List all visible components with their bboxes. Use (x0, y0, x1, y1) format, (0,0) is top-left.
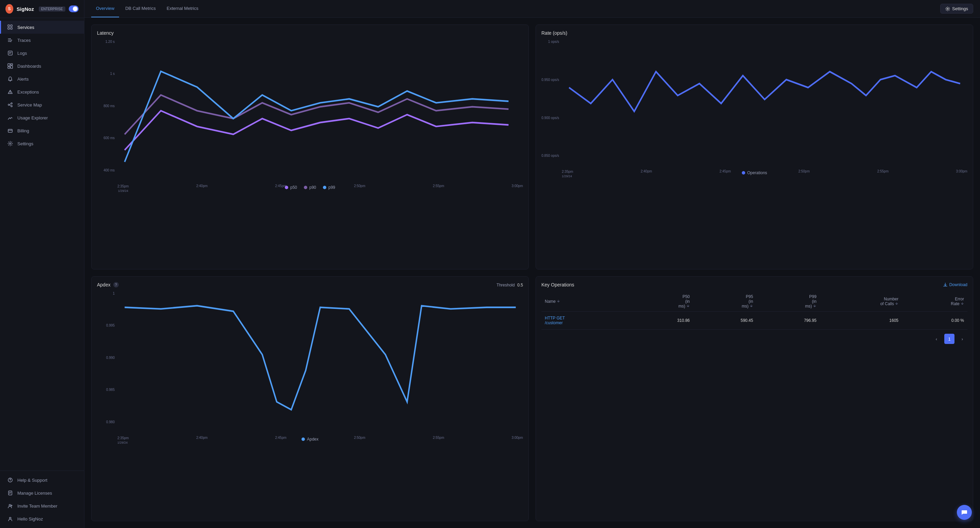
traces-icon (7, 37, 13, 43)
ops-table-head: Name P50(inms) P95(inms) P99(inms) Numbe (541, 291, 967, 312)
col-p95[interactable]: P95(inms) (693, 291, 756, 312)
sidebar-item-traces[interactable]: Traces (0, 34, 84, 47)
sidebar-label-exceptions: Exceptions (18, 89, 39, 95)
col-num-calls[interactable]: Numberof Calls (820, 291, 902, 312)
download-button[interactable]: Download (943, 282, 967, 287)
ops-table-body: HTTP GET/customer 310.86 590.45 796.95 1… (541, 312, 967, 330)
prev-page-btn[interactable]: ‹ (931, 334, 942, 344)
rate-y-labels: 1 ops/s 0.950 ops/s 0.900 ops/s 0.850 op… (541, 40, 562, 167)
svg-rect-0 (8, 25, 10, 27)
svg-point-5 (11, 40, 12, 41)
settings-button[interactable]: Settings (940, 4, 973, 14)
legend-p90-label: p90 (309, 185, 316, 190)
sidebar-label-logs: Logs (18, 51, 27, 56)
next-page-btn[interactable]: › (957, 334, 967, 344)
row-name: HTTP GET/customer (541, 312, 630, 330)
col-p50[interactable]: P50(inms) (630, 291, 693, 312)
sidebar-item-invite[interactable]: Invite Team Member (0, 499, 84, 512)
apdex-header: Apdex ? Threshold 0.5 (97, 282, 523, 288)
svg-rect-2 (11, 25, 12, 27)
download-label: Download (950, 282, 967, 287)
sidebar-item-help[interactable]: Help & Support (0, 474, 84, 487)
sidebar-label-invite: Invite Team Member (18, 504, 57, 509)
legend-operations[interactable]: Operations (742, 170, 767, 175)
svg-rect-19 (8, 491, 12, 495)
apdex-y-labels: 1 0.995 0.990 0.985 0.980 (97, 291, 118, 433)
sidebar-item-licenses[interactable]: Manage Licenses (0, 487, 84, 499)
sidebar-label-hello: Hello SigNoz (18, 517, 43, 522)
threshold-display: Threshold 0.5 (496, 282, 523, 288)
sidebar-item-billing[interactable]: Billing (0, 124, 84, 137)
sidebar-label-traces: Traces (18, 38, 30, 43)
sidebar-nav: Services Traces Logs Dashboards (0, 18, 84, 471)
svg-point-16 (10, 143, 11, 144)
sidebar-item-services[interactable]: Services (0, 21, 84, 34)
latency-y-labels: 1.20 s 1 s 800 ms 600 ms 400 ms (97, 40, 118, 182)
chat-bubble[interactable] (957, 505, 972, 520)
pagination: ‹ 1 › (541, 334, 967, 344)
col-p99[interactable]: P99(inms) (756, 291, 820, 312)
legend-p99-label: p99 (328, 185, 335, 190)
invite-icon (7, 503, 13, 509)
sidebar-label-licenses: Manage Licenses (18, 491, 52, 496)
rate-chart-inner: 2:35pm1/29/24 2:40pm 2:45pm 2:50pm 2:55p… (562, 40, 967, 167)
legend-apdex[interactable]: Apdex (301, 437, 318, 442)
svg-rect-11 (11, 66, 13, 68)
legend-p50[interactable]: p50 (285, 185, 297, 190)
help-icon (7, 477, 13, 483)
apdex-x-labels: 2:35pm1/29/24 2:40pm 2:45pm 2:50pm 2:55p… (118, 434, 523, 445)
tab-overview[interactable]: Overview (91, 0, 119, 17)
sidebar-item-service-map[interactable]: Service Map (0, 98, 84, 111)
apdex-info-icon[interactable]: ? (113, 282, 119, 288)
service-map-icon (7, 102, 13, 108)
tab-db-call-metrics[interactable]: DB Call Metrics (121, 0, 161, 17)
sidebar-item-alerts[interactable]: Alerts (0, 72, 84, 85)
sidebar-item-logs[interactable]: Logs (0, 47, 84, 60)
main-area: Overview DB Call Metrics External Metric… (84, 0, 980, 528)
sidebar-item-usage-explorer[interactable]: Usage Explorer (0, 111, 84, 124)
sidebar-label-usage-explorer: Usage Explorer (18, 115, 48, 121)
col-error-rate[interactable]: ErrorRate (902, 291, 967, 312)
svg-point-22 (947, 8, 948, 10)
col-name[interactable]: Name (541, 291, 630, 312)
sidebar-label-help: Help & Support (18, 478, 47, 483)
usage-explorer-icon (7, 115, 13, 121)
row-name-link[interactable]: HTTP GET/customer (545, 316, 565, 325)
apdex-title: Apdex (97, 282, 111, 288)
sidebar-label-service-map: Service Map (18, 102, 42, 108)
key-ops-header: Key Operations Download (541, 282, 967, 288)
svg-rect-15 (8, 129, 12, 132)
services-icon (7, 24, 13, 30)
legend-ops-label: Operations (747, 170, 767, 175)
sidebar-item-dashboards[interactable]: Dashboards (0, 60, 84, 72)
svg-rect-10 (8, 67, 10, 68)
sidebar-item-hello[interactable]: Hello SigNoz (0, 512, 84, 525)
sidebar-item-exceptions[interactable]: Exceptions (0, 85, 84, 98)
legend-p99[interactable]: p99 (323, 185, 335, 190)
sort-calls-icon (895, 302, 898, 305)
alerts-icon (7, 76, 13, 82)
svg-point-21 (10, 517, 11, 519)
sidebar-item-settings[interactable]: Settings (0, 137, 84, 150)
sidebar-label-dashboards: Dashboards (18, 64, 41, 69)
logo-text: SigNoz (17, 6, 34, 12)
legend-ops-dot (742, 171, 745, 175)
sidebar-bottom: Help & Support Manage Licenses Invite Te… (0, 471, 84, 528)
svg-point-20 (9, 504, 11, 506)
download-icon (943, 282, 948, 287)
latency-chart-wrapper: 1.20 s 1 s 800 ms 600 ms 400 ms (97, 40, 523, 182)
tab-external-metrics[interactable]: External Metrics (162, 0, 203, 17)
table-row: HTTP GET/customer 310.86 590.45 796.95 1… (541, 312, 967, 330)
chat-icon (961, 509, 968, 516)
svg-rect-7 (8, 51, 12, 55)
legend-p90[interactable]: p90 (304, 185, 316, 190)
key-ops-title: Key Operations (541, 282, 574, 288)
svg-rect-3 (11, 27, 12, 29)
rate-chart-wrapper: 1 ops/s 0.950 ops/s 0.900 ops/s 0.850 op… (541, 40, 967, 167)
page-1-btn[interactable]: 1 (944, 334, 955, 344)
topbar: Overview DB Call Metrics External Metric… (84, 0, 980, 18)
apdex-svg (118, 291, 523, 433)
theme-toggle[interactable] (69, 5, 79, 12)
row-error-rate: 0.00 % (902, 312, 967, 330)
apdex-chart-inner: 2:35pm1/29/24 2:40pm 2:45pm 2:50pm 2:55p… (118, 291, 523, 433)
